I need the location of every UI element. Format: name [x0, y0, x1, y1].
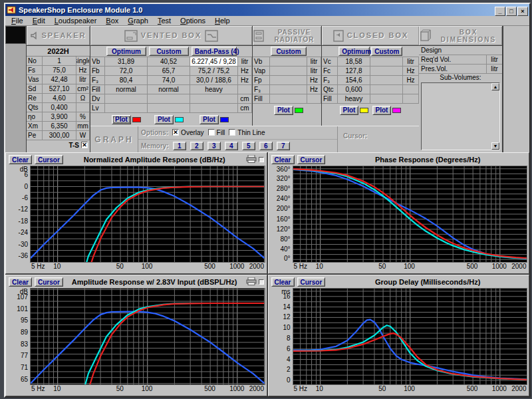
param-value[interactable]: 0,400: [43, 103, 76, 112]
alignment-button-optimum[interactable]: Optimum: [106, 47, 147, 56]
memory-button-2[interactable]: 2: [190, 142, 203, 150]
param-value[interactable]: [105, 104, 148, 113]
param-value[interactable]: [270, 94, 307, 104]
param-value[interactable]: [148, 94, 190, 104]
memory-button-1[interactable]: 1: [173, 142, 186, 150]
option-fill[interactable]: Fill: [208, 129, 225, 136]
clear-button[interactable]: Clear: [9, 155, 32, 164]
printer-icon[interactable]: [246, 154, 257, 166]
scroll-down-icon[interactable]: ▼: [491, 142, 499, 150]
param-value[interactable]: 6,350: [43, 122, 76, 131]
memory-button-7[interactable]: 7: [277, 142, 290, 150]
alignment-button-optimum[interactable]: Optimum: [338, 47, 370, 56]
param-value[interactable]: 75,2 / 75,2: [190, 66, 238, 76]
plot-area[interactable]: [30, 166, 265, 263]
param-value[interactable]: normal: [148, 85, 190, 94]
param-value[interactable]: [148, 104, 190, 113]
param-value[interactable]: [370, 94, 403, 104]
menu-test[interactable]: Test: [153, 17, 176, 25]
param-value[interactable]: 31,89: [105, 57, 148, 66]
param-value[interactable]: 300,00: [43, 131, 76, 140]
param-value[interactable]: [370, 66, 403, 76]
title-bar[interactable]: SpeakerShop Enclosure Module 1.0 _□×: [5, 4, 529, 16]
menu-edit[interactable]: Edit: [28, 17, 50, 25]
param-value[interactable]: 127,8: [338, 66, 370, 76]
param-value[interactable]: 42,48: [43, 75, 76, 84]
param-value[interactable]: [370, 76, 403, 85]
option-overlay[interactable]: ✕Overlay: [172, 129, 203, 136]
print-indicator[interactable]: [259, 279, 264, 285]
param-value[interactable]: [270, 66, 307, 76]
sub-volumes-list[interactable]: ▲ ▼: [421, 82, 500, 150]
maximize-button[interactable]: □: [506, 7, 517, 16]
checkbox-fill[interactable]: [208, 129, 215, 136]
minimize-button[interactable]: _: [495, 7, 505, 16]
param-value[interactable]: [190, 104, 238, 113]
plot-button-closed-1[interactable]: Plot: [372, 106, 392, 115]
param-value[interactable]: [270, 76, 307, 85]
option-thin-line[interactable]: Thin Line: [229, 129, 265, 136]
param-value[interactable]: 75,0: [43, 66, 76, 75]
alignment-button-custom[interactable]: Custom: [271, 47, 306, 56]
plot-area[interactable]: [30, 288, 265, 385]
cursor-button[interactable]: Cursor: [35, 155, 63, 164]
param-value[interactable]: [270, 85, 307, 94]
memory-button-6[interactable]: 6: [259, 142, 273, 150]
param-value[interactable]: [190, 94, 238, 104]
cursor-button[interactable]: Cursor: [297, 277, 326, 287]
clear-button[interactable]: Clear: [271, 277, 295, 287]
alignment-button-custom[interactable]: Custom: [149, 47, 190, 56]
checkbox-thin-line[interactable]: [229, 129, 235, 136]
param-value[interactable]: 3,900: [43, 112, 76, 122]
clear-button[interactable]: Clear: [271, 155, 295, 164]
param-value[interactable]: 80,4: [105, 76, 148, 85]
memory-button-5[interactable]: 5: [242, 142, 255, 150]
param-value[interactable]: [270, 57, 307, 66]
printer-icon[interactable]: [246, 276, 257, 288]
menu-help[interactable]: Help: [210, 17, 235, 25]
ts-checkbox[interactable]: ✕: [81, 142, 88, 148]
plot-area[interactable]: [293, 166, 528, 263]
plot-button-vented-0[interactable]: Plot: [112, 115, 131, 124]
close-button[interactable]: ×: [517, 7, 528, 16]
param-value[interactable]: 0,600: [338, 85, 370, 94]
plot-button-vented-2[interactable]: Plot: [200, 115, 219, 124]
param-value[interactable]: 30,0 / 188,6: [190, 76, 238, 85]
param-value[interactable]: heavy: [338, 94, 370, 104]
param-value[interactable]: 154,6: [338, 76, 370, 85]
plot-button-vented-1[interactable]: Plot: [154, 115, 174, 124]
alignment-button-band-pass-4-[interactable]: Band-Pass (4): [192, 47, 237, 56]
param-value[interactable]: 6.227,45 / 9,28: [190, 57, 238, 66]
param-value[interactable]: normal: [105, 85, 148, 94]
plot-button-closed-0[interactable]: Plot: [340, 106, 359, 115]
memory-button-4[interactable]: 4: [225, 142, 238, 150]
param-value[interactable]: [105, 94, 148, 104]
param-value[interactable]: 40,52: [148, 57, 190, 66]
menu-graph[interactable]: Graph: [123, 17, 153, 25]
param-value[interactable]: heavy: [190, 85, 238, 94]
cursor-button[interactable]: Cursor: [297, 155, 326, 164]
checkbox-overlay[interactable]: ✕: [172, 129, 179, 136]
cursor-button[interactable]: Cursor: [35, 277, 63, 287]
alignment-button-custom[interactable]: Custom: [371, 47, 402, 56]
plot-area[interactable]: [293, 288, 528, 385]
param-value[interactable]: 1: [43, 57, 76, 66]
param-value[interactable]: 74,0: [148, 76, 190, 85]
memory-button-3[interactable]: 3: [207, 142, 221, 150]
sub-volumes-scrollbar[interactable]: ▲ ▼: [491, 83, 499, 150]
menu-box[interactable]: Box: [101, 17, 123, 25]
scroll-up-icon[interactable]: ▲: [491, 83, 499, 90]
param-value[interactable]: 527,10: [43, 84, 76, 94]
menu-file[interactable]: File: [7, 17, 28, 25]
print-indicator[interactable]: [259, 157, 264, 162]
design-label[interactable]: Design: [419, 46, 502, 55]
param-value[interactable]: 4,60: [43, 94, 76, 103]
param-value[interactable]: [370, 57, 403, 66]
param-value[interactable]: 65,7: [148, 66, 190, 76]
menu-loudspeaker[interactable]: Loudspeaker: [50, 17, 102, 25]
menu-options[interactable]: Options: [176, 17, 210, 25]
plot-button-passive-0[interactable]: Plot: [274, 106, 293, 115]
param-value[interactable]: 18,58: [338, 57, 370, 66]
param-value[interactable]: [370, 85, 403, 94]
clear-button[interactable]: Clear: [9, 277, 32, 287]
